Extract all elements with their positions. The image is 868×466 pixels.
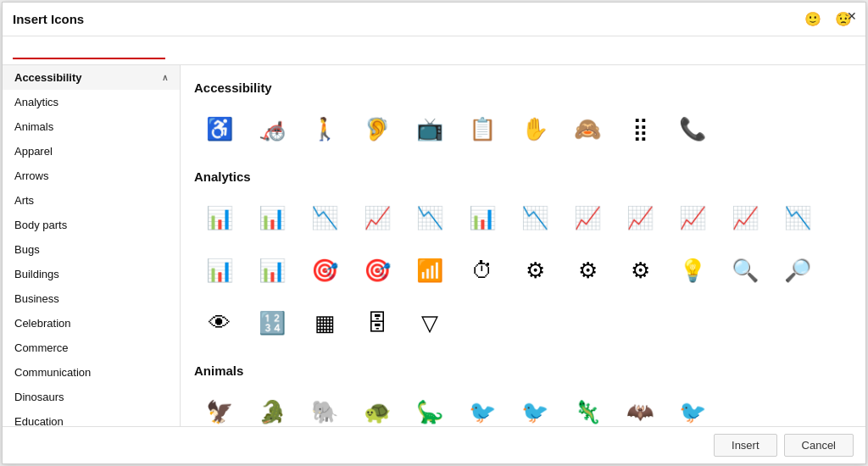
icon-cell[interactable]: 📈	[562, 192, 613, 243]
icon-cell[interactable]: ⚙	[509, 245, 560, 296]
icon-cell[interactable]: 🦅	[194, 386, 245, 426]
sidebar-item-label: Communication	[14, 366, 91, 379]
sidebar-item-accessibility[interactable]: Accessibility∧	[3, 65, 180, 90]
icon-cell[interactable]: 🦕	[404, 386, 455, 426]
icon-cell[interactable]: 🐦	[457, 386, 508, 426]
icon-cell[interactable]: 📉	[772, 192, 823, 243]
dialog-footer: Insert Cancel	[3, 426, 865, 463]
icon-cell[interactable]: 🦽	[247, 103, 298, 154]
sidebar-item-communication[interactable]: Communication	[3, 360, 180, 385]
sidebar-item-label: Education	[14, 415, 64, 426]
icon-cell[interactable]: 👁	[194, 297, 245, 348]
sidebar-item-label: Accessibility	[14, 71, 82, 84]
icon-cell[interactable]: 🗄	[352, 297, 403, 348]
sidebar-item-label: Bugs	[14, 243, 40, 256]
icon-cell[interactable]: 🦻	[352, 103, 403, 154]
icon-cell[interactable]: ⚙	[615, 245, 665, 296]
section-analytics: Analytics📊📊📉📈📉📊📉📈📈📈📈📉📊📊🎯🎯📶⏱⚙⚙⚙💡🔍🔎👁🔢▦🗄▽	[194, 169, 852, 348]
icon-cell[interactable]: ✋	[509, 103, 560, 154]
icon-cell[interactable]: 📉	[509, 192, 560, 243]
icon-cell[interactable]: 📊	[457, 192, 508, 243]
icon-cell[interactable]: 📋	[457, 103, 508, 154]
icon-cell[interactable]: 📉	[299, 192, 350, 243]
emoji-happy-icon[interactable]: 🙂	[801, 9, 825, 29]
icon-cell[interactable]: 🎯	[352, 245, 403, 296]
sidebar-item-arrows[interactable]: Arrows	[3, 164, 180, 188]
icon-cell[interactable]: ♿	[194, 103, 245, 154]
sidebar-item-commerce[interactable]: Commerce	[3, 336, 180, 360]
sidebar-item-label: Apparel	[14, 145, 53, 158]
icon-cell[interactable]: ⚙	[562, 245, 613, 296]
sidebar-item-dinosaurs[interactable]: Dinosaurs	[3, 385, 180, 409]
icon-cell[interactable]: 📈	[667, 192, 718, 243]
sidebar-item-education[interactable]: Education	[3, 409, 180, 426]
sidebar-item-label: Celebration	[14, 317, 71, 330]
sidebar-item-celebration[interactable]: Celebration	[3, 311, 180, 336]
sidebar-item-apparel[interactable]: Apparel	[3, 139, 180, 164]
section-title-accessibility: Accessibility	[194, 80, 852, 95]
icon-cell[interactable]: 📊	[247, 245, 298, 296]
sidebar-item-label: Commerce	[14, 341, 69, 354]
sidebar-item-body-parts[interactable]: Body parts	[3, 213, 180, 237]
sidebar-item-buildings[interactable]: Buildings	[3, 262, 180, 286]
sidebar-item-label: Analytics	[14, 96, 58, 108]
icon-cell[interactable]: ⏱	[457, 245, 508, 296]
sidebar-item-label: Buildings	[14, 268, 59, 280]
icon-cell[interactable]: ▽	[404, 297, 455, 348]
icon-cell[interactable]: 📶	[404, 245, 455, 296]
sidebar-item-label: Arts	[14, 194, 34, 207]
icon-cell[interactable]: 📊	[194, 245, 245, 296]
icon-cell[interactable]: 📞	[667, 103, 718, 154]
sidebar-item-label: Dinosaurs	[14, 391, 64, 403]
icons-grid-analytics: 📊📊📉📈📉📊📉📈📈📈📈📉📊📊🎯🎯📶⏱⚙⚙⚙💡🔍🔎👁🔢▦🗄▽	[194, 192, 852, 348]
sidebar-item-label: Arrows	[14, 169, 48, 182]
icon-cell[interactable]: ⣿	[615, 103, 665, 154]
icon-cell[interactable]: ▦	[299, 297, 350, 348]
icon-cell[interactable]: 📊	[247, 192, 298, 243]
icon-cell[interactable]: 🔎	[772, 245, 823, 296]
icon-cell[interactable]: 🦎	[562, 386, 613, 426]
sidebar-item-animals[interactable]: Animals	[3, 114, 180, 139]
icon-cell[interactable]: 📈	[720, 192, 771, 243]
icon-cell[interactable]: 🐦	[509, 386, 560, 426]
icon-cell[interactable]: 🚶	[299, 103, 350, 154]
icon-cell[interactable]: 🦇	[615, 386, 665, 426]
section-accessibility: Accessibility♿🦽🚶🦻📺📋✋🙈⣿📞	[194, 80, 852, 154]
icon-cell[interactable]: 🙈	[562, 103, 613, 154]
section-title-analytics: Analytics	[194, 169, 852, 184]
icon-cell[interactable]: 💡	[667, 245, 718, 296]
icon-cell[interactable]: 📈	[352, 192, 403, 243]
icon-cell[interactable]: 📈	[615, 192, 665, 243]
insert-icons-dialog: Insert Icons 🙂 😟 ✕ Accessibility∧Analyti…	[2, 2, 866, 464]
icons-grid-accessibility: ♿🦽🚶🦻📺📋✋🙈⣿📞	[194, 103, 852, 154]
sidebar-item-bugs[interactable]: Bugs	[3, 237, 180, 262]
content-area: Accessibility♿🦽🚶🦻📺📋✋🙈⣿📞Analytics📊📊📉📈📉📊📉📈…	[181, 65, 865, 426]
icon-cell[interactable]: 🔍	[720, 245, 771, 296]
icon-cell[interactable]: 📺	[404, 103, 455, 154]
dialog-title: Insert Icons	[13, 12, 84, 26]
sidebar-item-label: Animals	[14, 120, 53, 133]
sidebar-item-label: Body parts	[14, 219, 67, 231]
icon-cell[interactable]: 📊	[194, 192, 245, 243]
section-animals: Animals🦅🐊🐘🐢🦕🐦🐦🦎🦇🐦	[194, 363, 852, 426]
icon-cell[interactable]: 🐢	[352, 386, 403, 426]
sidebar-item-label: Business	[14, 292, 59, 305]
sidebar-item-arts[interactable]: Arts	[3, 188, 180, 213]
cancel-button[interactable]: Cancel	[784, 434, 854, 457]
sidebar-item-analytics[interactable]: Analytics	[3, 90, 180, 114]
section-title-animals: Animals	[194, 363, 852, 378]
icon-cell[interactable]: 📉	[404, 192, 455, 243]
close-button[interactable]: ✕	[847, 9, 857, 23]
dialog-header: Insert Icons 🙂 😟 ✕	[3, 3, 865, 36]
icon-cell[interactable]: 🔢	[247, 297, 298, 348]
icon-cell[interactable]: 🐦	[667, 386, 718, 426]
dialog-body: Accessibility∧AnalyticsAnimalsApparelArr…	[3, 65, 865, 426]
insert-button[interactable]: Insert	[714, 434, 777, 457]
search-input[interactable]	[13, 42, 165, 59]
icon-cell[interactable]: 🎯	[299, 245, 350, 296]
sidebar: Accessibility∧AnalyticsAnimalsApparelArr…	[3, 65, 181, 426]
icons-grid-animals: 🦅🐊🐘🐢🦕🐦🐦🦎🦇🐦	[194, 386, 852, 426]
sidebar-item-business[interactable]: Business	[3, 286, 180, 311]
icon-cell[interactable]: 🐊	[247, 386, 298, 426]
icon-cell[interactable]: 🐘	[299, 386, 350, 426]
